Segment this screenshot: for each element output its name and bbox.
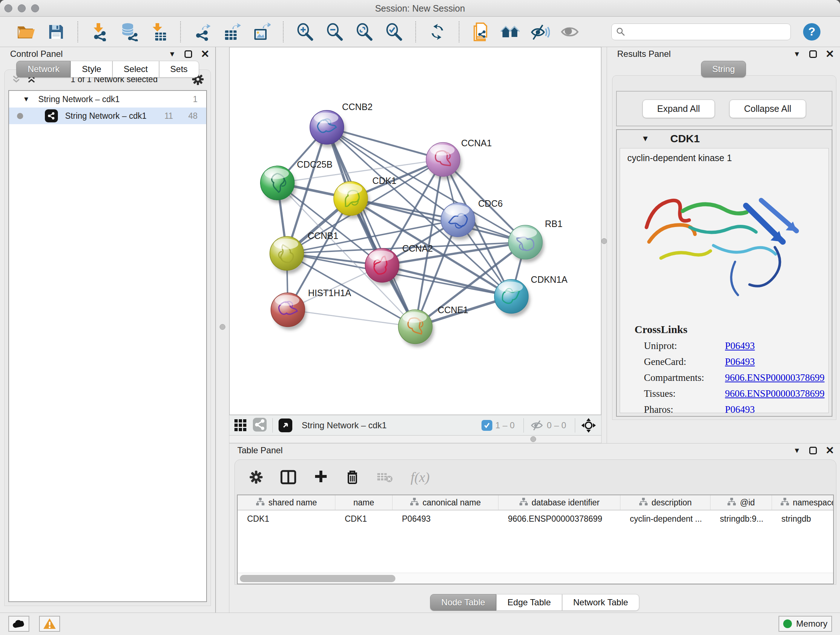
panel-float-icon[interactable] — [809, 50, 817, 58]
import-network-icon[interactable] — [89, 20, 110, 43]
node-HIST1H1A[interactable]: HIST1H1A — [271, 288, 351, 330]
network-share-icon[interactable] — [253, 418, 267, 433]
home-networks-icon[interactable] — [500, 20, 521, 43]
collapse-all-button[interactable]: Collapse All — [729, 100, 806, 118]
table-cell[interactable]: P06493 — [393, 510, 499, 527]
help-button[interactable]: ? — [803, 23, 821, 41]
open-session-icon[interactable] — [16, 20, 37, 43]
tab-string[interactable]: String — [701, 61, 746, 78]
edge-CCNE1-HIST1H1A[interactable] — [288, 310, 415, 327]
search-field[interactable] — [611, 24, 791, 40]
table-cell[interactable]: stringdb — [772, 510, 834, 527]
cloud-button[interactable] — [8, 616, 29, 632]
show-hidden-eye-icon[interactable] — [559, 20, 580, 43]
table-cell[interactable]: cyclin-dependent ... — [621, 510, 711, 527]
network-row-selected[interactable]: String Network – cdk1 11 48 — [9, 108, 206, 124]
node-section-header[interactable]: ▼ CDK1 — [617, 130, 832, 147]
table-settings-gear-icon[interactable] — [249, 470, 263, 484]
panel-menu-icon[interactable]: ▼ — [793, 447, 801, 454]
tab-network[interactable]: Network — [16, 61, 71, 78]
tab-select[interactable]: Select — [112, 61, 159, 78]
node-RB1[interactable]: RB1 — [508, 219, 562, 263]
tab-node-table[interactable]: Node Table — [430, 594, 496, 611]
clone-network-icon[interactable] — [470, 20, 491, 43]
column-header--id[interactable]: @id — [711, 495, 772, 510]
tab-network-table[interactable]: Network Table — [562, 594, 639, 611]
string-network-graph[interactable]: CCNB2CCNA1CDC25BCDK1CDC6RB1CCNB1CCNA2CDK… — [230, 48, 601, 415]
panel-close-icon[interactable]: ✕ — [826, 445, 834, 456]
panel-close-icon[interactable]: ✕ — [201, 49, 210, 59]
table-cell[interactable]: CDK1 — [238, 510, 335, 527]
detach-view-icon[interactable] — [279, 418, 292, 432]
hidden-items-eye-icon[interactable] — [530, 420, 544, 431]
import-network-database-icon[interactable] — [118, 20, 140, 43]
section-collapse-icon[interactable]: ▼ — [641, 135, 649, 143]
memory-button[interactable]: Memory — [778, 616, 832, 632]
add-column-icon[interactable] — [314, 470, 328, 485]
column-header-shared-name[interactable]: shared name — [238, 495, 335, 510]
column-header-description[interactable]: description — [621, 495, 711, 510]
scrollbar-thumb[interactable] — [240, 575, 395, 582]
table-cell[interactable]: stringdb:9... — [711, 510, 772, 527]
panel-menu-icon[interactable]: ▼ — [169, 50, 176, 57]
crosslink-link[interactable]: 9606.ENSP00000378699 — [725, 372, 824, 383]
tab-sets[interactable]: Sets — [159, 61, 199, 78]
left-splitter[interactable] — [216, 47, 229, 613]
delete-column-icon[interactable] — [346, 470, 359, 485]
node-CCNB2[interactable]: CCNB2 — [310, 102, 373, 148]
horizontal-splitter-handle[interactable] — [531, 436, 536, 442]
table-header-row: shared namenamecanonical namedatabase id… — [238, 495, 833, 510]
left-splitter-handle[interactable] — [219, 324, 225, 330]
network-canvas[interactable]: CCNB2CCNA1CDC25BCDK1CDC6RB1CCNB1CCNA2CDK… — [229, 47, 601, 415]
export-table-icon[interactable] — [221, 20, 242, 43]
selected-items-icon[interactable] — [482, 420, 493, 431]
expand-all-button[interactable]: Expand All — [643, 100, 715, 118]
panel-close-icon[interactable]: ✕ — [826, 49, 834, 59]
node-CDK1[interactable]: CDK1 — [333, 176, 396, 219]
node-CCNE1[interactable]: CCNE1 — [398, 305, 468, 347]
right-splitter-handle[interactable] — [601, 238, 607, 244]
node-CDC25B[interactable]: CDC25B — [261, 159, 332, 203]
column-header-name[interactable]: name — [335, 495, 393, 510]
tree-expand-icon[interactable]: ▼ — [23, 95, 30, 103]
zoom-selected-icon[interactable] — [384, 20, 404, 43]
crosslink-link[interactable]: P06493 — [725, 404, 755, 413]
table-row[interactable]: CDK1CDK1P064939606.ENSP00000378699cyclin… — [238, 510, 833, 527]
tab-edge-table[interactable]: Edge Table — [496, 594, 562, 611]
crosslink-link[interactable]: 9606.ENSP00000378699 — [725, 388, 824, 399]
panel-menu-icon[interactable]: ▼ — [793, 50, 801, 57]
search-input[interactable] — [628, 27, 786, 37]
column-header-canonical-name[interactable]: canonical name — [393, 495, 499, 510]
right-splitter[interactable] — [601, 47, 607, 443]
zoom-fit-icon[interactable] — [354, 20, 375, 43]
tab-style[interactable]: Style — [71, 61, 112, 78]
zoom-out-icon[interactable] — [324, 20, 345, 43]
show-columns-icon[interactable] — [280, 470, 296, 485]
edge-CCNA2-CDKN1A[interactable] — [382, 265, 511, 296]
table-cell[interactable]: CDK1 — [335, 510, 393, 527]
panel-float-icon[interactable] — [185, 50, 192, 58]
birds-eye-view-icon[interactable] — [581, 418, 596, 433]
network-collection-row[interactable]: ▼ String Network – cdk1 1 — [9, 91, 206, 108]
zoom-in-icon[interactable] — [294, 20, 316, 43]
node-CDKN1A[interactable]: CDKN1A — [494, 274, 568, 317]
delete-table-icon[interactable] — [377, 471, 393, 483]
crosslink-link[interactable]: P06493 — [725, 340, 755, 352]
column-header-database-identifier[interactable]: database identifier — [499, 495, 621, 510]
warning-button[interactable] — [39, 616, 60, 632]
column-header-namespace[interactable]: namespace — [772, 495, 834, 510]
hide-selected-eye-icon[interactable] — [530, 20, 551, 43]
export-image-icon[interactable] — [251, 20, 272, 43]
export-network-icon[interactable] — [192, 20, 213, 43]
table-horizontal-scrollbar[interactable] — [238, 573, 833, 584]
import-table-icon[interactable] — [148, 20, 169, 43]
node-CCNA1[interactable]: CCNA1 — [426, 138, 492, 180]
grid-view-icon[interactable] — [234, 419, 246, 431]
refresh-icon[interactable] — [427, 20, 448, 43]
function-builder-icon[interactable]: f(x) — [411, 469, 430, 485]
panel-float-icon[interactable] — [809, 447, 817, 454]
table-cell[interactable]: 9606.ENSP00000378699 — [499, 510, 621, 527]
save-session-icon[interactable] — [46, 20, 66, 43]
horizontal-splitter[interactable] — [229, 436, 601, 443]
crosslink-link[interactable]: P06493 — [725, 356, 755, 367]
